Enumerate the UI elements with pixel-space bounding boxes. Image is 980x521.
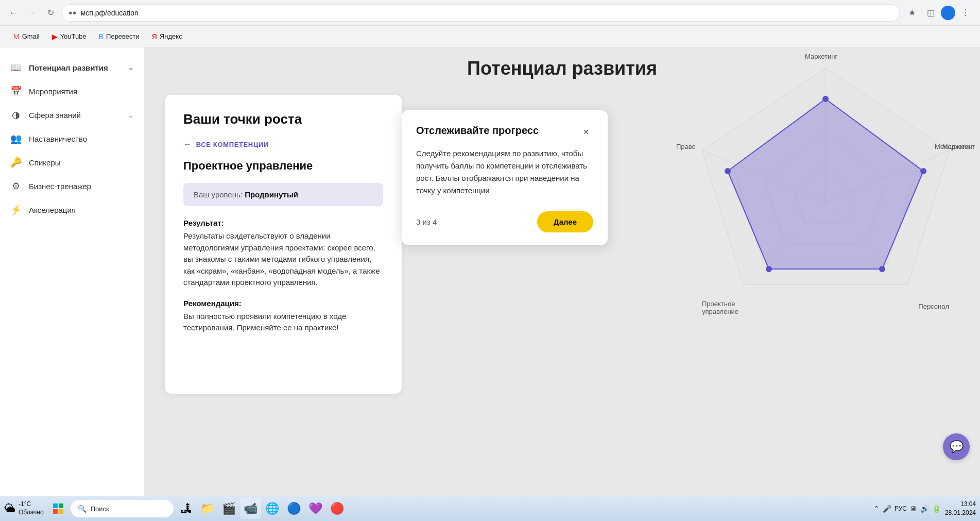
bookmark-star-button[interactable]: ★ [904,5,920,21]
taskbar-app-image[interactable]: 🏞 [176,498,196,519]
taskbar-app-zoom[interactable]: 📹 [240,498,261,519]
taskbar-app-purple[interactable]: 💜 [305,498,326,519]
taskbar-search-text: Поиск [91,505,109,513]
taskbar-app-video[interactable]: 🎬 [219,498,239,519]
windows-icon [53,503,63,514]
address-bar[interactable]: ●● мсп.рф/education [62,4,900,22]
sidebar-item-knowledge[interactable]: ◑ Сфера знаний ⌄ [0,103,144,127]
gmail-icon: M [13,32,20,41]
language-indicator: РУС [895,505,907,512]
sidebar-item-mentoring[interactable]: 👥 Наставничество [0,127,144,150]
lightning-icon: ⚡ [10,204,22,215]
taskbar-app-chrome[interactable]: 🔵 [284,498,304,519]
taskbar-search-icon: 🔍 [78,505,87,513]
taskbar-app-red[interactable]: 🔴 [327,498,348,519]
tooltip-counter: 3 из 4 [416,217,437,226]
bookmark-youtube[interactable]: ▶ YouTube [47,30,92,43]
bookmark-yandex[interactable]: Я Яндекс [147,30,187,43]
sidebar-item-speakers[interactable]: 🔑 Спикеры [0,150,144,174]
people-icon: 👥 [10,133,22,144]
result-label: Результат: [183,219,383,227]
bookmark-youtube-label: YouTube [60,32,87,40]
recommendation-text: Вы полностью проявили компетенцию в ходе… [183,311,383,334]
main-card: Ваши точки роста ← ВСЕ КОМПЕТЕНЦИИ Проек… [165,95,402,394]
sidebar-label-speakers: Спикеры [29,158,134,167]
chevron-down-icon-knowledge: ⌄ [128,111,134,119]
result-section: Результат: Результаты свидетельствуют о … [183,219,383,289]
sidebar-item-potential[interactable]: 📖 Потенциал развития ⌄ [0,56,144,79]
start-button[interactable] [48,499,68,518]
sidebar-item-simulator[interactable]: ⚙ Бизнес-тренажер [0,174,144,198]
volume-icon[interactable]: 🔊 [920,505,929,513]
tooltip-popup: Отслеживайте прогресс × Следуйте рекомен… [402,110,608,245]
sidebar-item-events[interactable]: 📅 Мероприятия [0,79,144,103]
tooltip-title: Отслеживайте прогресс [416,125,579,137]
sidebar-label-simulator: Бизнес-тренажер [29,182,134,191]
youtube-icon: ▶ [52,32,58,41]
tooltip-close-button[interactable]: × [579,125,593,139]
taskbar-app-edge[interactable]: 🌐 [262,498,283,519]
level-value: Продвинутый [245,190,298,199]
address-security-icon: ●● [68,9,77,16]
level-label: Ваш уровень: [194,190,243,199]
taskbar-tray: ⌃ 🎤 РУС 🖥 🔊 🔋 [873,505,941,513]
reload-button[interactable]: ↻ [43,6,58,20]
browser-toolbar: ← → ↻ ●● мсп.рф/education ★ ◫ 👤 ⋮ [0,0,980,25]
bookmark-gmail[interactable]: M Gmail [8,30,45,43]
taskbar-date-value: 28.01.2024 [945,509,976,517]
mic-icon[interactable]: 🎤 [883,505,891,513]
tooltip-header: Отслеживайте прогресс × [416,125,593,139]
bookmarks-bar: M Gmail ▶ YouTube B Перевести Я Яндекс [0,25,980,47]
sidebar-label-potential: Потенциал развития [29,63,121,72]
level-badge: Ваш уровень: Продвинутый [183,183,383,206]
taskbar-right: ⌃ 🎤 РУС 🖥 🔊 🔋 13:04 28.01.2024 [873,500,976,517]
sphere-icon: ◑ [10,109,22,121]
split-view-button[interactable]: ◫ [922,5,939,21]
weather-text: -1°C Облачно [19,500,44,516]
radar-label-right: Маркетинг [805,53,837,60]
tooltip-next-button[interactable]: Далее [537,211,593,232]
sidebar: 📖 Потенциал развития ⌄ 📅 Мероприятия ◑ С… [0,47,144,496]
browser-chrome: ← → ↻ ●● мсп.рф/education ★ ◫ 👤 ⋮ M Gmai… [0,0,980,47]
taskbar-weather: 🌥 -1°C Облачно [4,500,44,516]
monitor-icon[interactable]: 🖥 [910,505,917,513]
tooltip-footer: 3 из 4 Далее [416,211,593,232]
taskbar-app-folder[interactable]: 📁 [197,498,218,519]
recommendation-label: Рекомендация: [183,299,383,308]
taskbar-apps: 🏞 📁 🎬 📹 🌐 🔵 💜 🔴 [176,498,871,519]
back-arrow-icon: ← [183,140,192,149]
taskbar-clock[interactable]: 13:04 28.01.2024 [945,500,976,517]
sidebar-item-acceleration[interactable]: ⚡ Акселерация [0,198,144,222]
menu-button[interactable]: ⋮ [957,5,974,21]
back-link-label: ВСЕ КОМПЕТЕНЦИИ [196,141,269,148]
book-icon: 📖 [10,62,22,73]
bookmark-translate[interactable]: B Перевести [94,30,145,43]
user-avatar[interactable]: 👤 [941,6,955,20]
battery-icon[interactable]: 🔋 [932,505,941,513]
back-link[interactable]: ← ВСЕ КОМПЕТЕНЦИИ [183,140,383,149]
chat-icon: 💬 [950,440,964,453]
calendar-icon: 📅 [10,86,22,97]
sidebar-label-acceleration: Акселерация [29,206,134,214]
chevron-down-icon-potential: ⌄ [128,63,134,72]
weather-temp: -1°C [19,500,44,509]
bookmark-gmail-label: Gmail [22,32,40,40]
taskbar-time-value: 13:04 [945,500,976,509]
address-text: мсп.рф/education [81,9,893,17]
page-content: 📖 Потенциал развития ⌄ 📅 Мероприятия ◑ С… [0,47,980,496]
back-button[interactable]: ← [6,6,21,20]
translate-icon: B [99,32,104,41]
bookmark-yandex-label: Яндекс [160,32,182,40]
chat-bubble-button[interactable]: 💬 [943,433,970,460]
taskbar-search-bar[interactable]: 🔍 Поиск [71,500,174,517]
sidebar-label-knowledge: Сфера знаний [29,111,121,120]
sidebar-label-events: Мероприятия [29,87,134,96]
forward-button[interactable]: → [25,6,39,20]
bookmark-translate-label: Перевести [106,32,140,40]
recommendation-section: Рекомендация: Вы полностью проявили комп… [183,299,383,334]
result-text: Результаты свидетельствуют о владении ме… [183,230,383,289]
weather-condition: Облачно [19,509,44,517]
tray-chevron-icon[interactable]: ⌃ [873,505,880,513]
main-area: Потенциал развития [144,47,980,496]
gear-icon: ⚙ [10,180,22,192]
